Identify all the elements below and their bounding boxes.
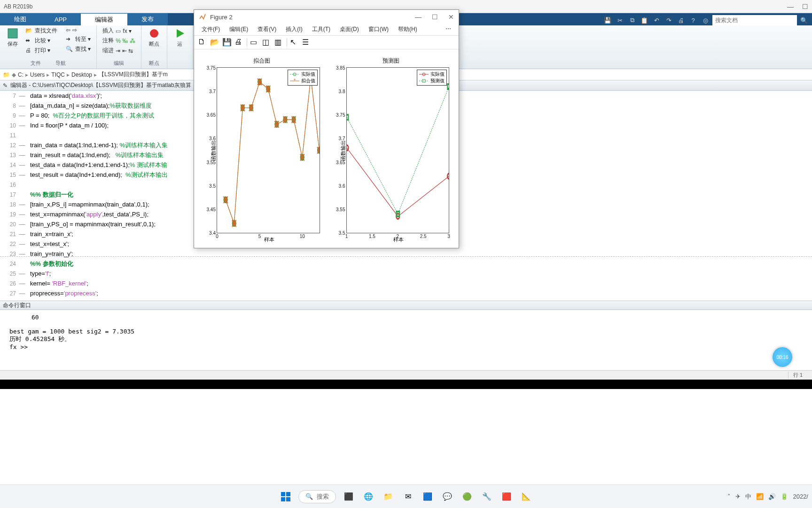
arrow-right-icon: ⇨ (72, 27, 77, 33)
crumb[interactable]: TIQC (51, 71, 65, 78)
redo-icon[interactable]: ↷ (664, 15, 674, 25)
windows-taskbar: 🔍搜索 ⬛ 🌐 📁 ✉ 🟦 💬 🟢 🔧 🟥 📐 ˄ ✈ 中 📶 🔊 🔋 2022… (0, 484, 812, 508)
menu-window[interactable]: 窗口(W) (364, 24, 393, 35)
app2-icon[interactable]: 🟥 (500, 490, 514, 504)
maximize-icon[interactable]: ☐ (802, 3, 808, 10)
findfiles-button[interactable]: 📂查找文件 (24, 26, 58, 35)
plot: 预测图函数输出3.53.553.63.653.73.753.83.8511.52… (331, 57, 452, 243)
copy-icon[interactable]: ⧉ (627, 15, 637, 25)
menu-insert[interactable]: 插入(I) (281, 24, 307, 35)
find-icon: 🔍 (66, 46, 73, 53)
chevron-up-icon[interactable]: ˄ (727, 493, 731, 500)
location-icon[interactable]: ✈ (735, 493, 741, 500)
save-icon[interactable]: 💾 (222, 38, 232, 47)
help-icon[interactable]: ? (688, 15, 698, 25)
battery-icon[interactable]: 🔋 (781, 493, 788, 500)
wifi-icon[interactable]: 📶 (756, 493, 764, 500)
crumb[interactable]: Users (30, 71, 45, 78)
matlab-icon[interactable]: 📐 (519, 490, 533, 504)
menu-edit[interactable]: 编辑(E) (225, 24, 253, 35)
datacursor-icon[interactable]: ▭ (250, 38, 259, 47)
print-icon: 🖨 (25, 47, 33, 55)
mail-icon[interactable]: ✉ (401, 490, 415, 504)
minimize-icon[interactable]: — (787, 3, 794, 10)
colorbar-icon[interactable]: ▥ (274, 38, 284, 47)
indent-button[interactable]: 缩进 ⇥ ⇤ ⇆ (102, 46, 136, 55)
new-figure-icon[interactable]: 🗋 (198, 38, 207, 47)
legend[interactable]: 实际值*拟合值 (288, 70, 318, 86)
find-button[interactable]: 🔍查找 ▾ (65, 45, 92, 54)
svg-rect-30 (286, 492, 290, 496)
save-button[interactable]: 保存 (5, 26, 21, 55)
fig-close-icon[interactable]: ✕ (448, 13, 454, 21)
start-button[interactable] (279, 490, 293, 504)
legend[interactable]: 实际值预测值 (417, 70, 447, 86)
comment-button[interactable]: 注释 % ‰ ⁂ (102, 36, 136, 45)
save-icon[interactable]: 💾 (602, 15, 613, 25)
compare-button[interactable]: ⬌比较 ▾ (24, 36, 58, 45)
figure-window[interactable]: Figure 2 — ☐ ✕ 文件(F) 编辑(E) 查看(V) 插入(I) 工… (194, 9, 459, 248)
crumb[interactable]: Desktop (71, 71, 92, 78)
menu-more-icon[interactable]: ⋯ (441, 24, 456, 35)
print-button[interactable]: 🖨打印 ▾ (24, 46, 58, 55)
print-icon[interactable]: 🖨 (676, 15, 686, 25)
figure-titlebar[interactable]: Figure 2 — ☐ ✕ (194, 10, 459, 24)
menu-file[interactable]: 文件(F) (197, 24, 225, 35)
insert-button[interactable]: 插入 ▭ fx ▾ (102, 26, 136, 35)
breakpoint-button[interactable]: 断点 (146, 26, 162, 48)
system-tray[interactable]: ˄ ✈ 中 📶 🔊 🔋 2022/ (727, 492, 808, 501)
link-icon[interactable]: ◫ (262, 38, 272, 47)
clock[interactable]: 2022/ (793, 493, 808, 500)
browser-icon[interactable]: 🟢 (460, 490, 474, 504)
wechat-icon[interactable]: 💬 (440, 490, 454, 504)
cut-icon[interactable]: ✂ (615, 15, 625, 25)
search-doc-input[interactable] (712, 15, 797, 25)
search-icon[interactable]: 🔍 (799, 15, 809, 25)
run-button[interactable]: 运 (172, 26, 188, 48)
indent-icon: ⇥ ⇤ ⇆ (116, 48, 133, 54)
undo-icon[interactable]: ↶ (651, 15, 662, 25)
explorer-icon[interactable]: 📁 (381, 490, 395, 504)
tab-plot[interactable]: 绘图 (0, 13, 40, 25)
status-bar: 行 1 (0, 370, 812, 380)
tab-app[interactable]: APP (40, 13, 81, 25)
tab-editor[interactable]: 编辑器 (81, 13, 127, 25)
folder-find-icon: 📂 (25, 27, 33, 35)
search-icon: 🔍 (305, 493, 313, 500)
ime-icon[interactable]: 中 (745, 492, 751, 501)
taskbar-search[interactable]: 🔍搜索 (298, 490, 336, 503)
taskview-icon[interactable]: ⬛ (342, 490, 356, 504)
goto-button[interactable]: ➜转至 ▾ (65, 35, 92, 44)
pointer-icon[interactable]: ↖ (290, 38, 299, 47)
legend-icon[interactable]: ☰ (302, 38, 312, 47)
menu-tools[interactable]: 工具(T) (307, 24, 335, 35)
code-line[interactable]: 27—proprecess='proprecess'; (0, 288, 812, 298)
code-line[interactable]: 26—kernel= 'RBF_kernel'; (0, 278, 812, 288)
volume-icon[interactable]: 🔊 (768, 493, 776, 500)
crumb[interactable]: 【LSSVM回归预测】基于m (99, 71, 168, 79)
folder-icon: 📁 (3, 71, 10, 78)
code-line[interactable]: 25—type='f'; (0, 269, 812, 278)
fig-maximize-icon[interactable]: ☐ (432, 13, 438, 21)
crumb[interactable]: C: (18, 71, 23, 78)
tool-icon[interactable]: 🔧 (480, 490, 494, 504)
target-icon[interactable]: ◎ (700, 15, 710, 25)
menu-help[interactable]: 帮助(H) (393, 24, 422, 35)
screen-recorder-timer[interactable]: 00:16 (773, 347, 792, 367)
menu-view[interactable]: 查看(V) (253, 24, 281, 35)
command-window[interactable]: 60 best gam = 1000 best sig2 = 7.3035 历时… (0, 310, 812, 370)
nav-back-button[interactable]: ⇦ ⇨ (65, 26, 92, 34)
menu-desktop[interactable]: 桌面(D) (335, 24, 364, 35)
edge-icon[interactable]: 🌐 (361, 490, 375, 504)
print-icon[interactable]: 🖨 (234, 38, 244, 47)
paste-icon[interactable]: 📋 (639, 15, 649, 25)
figure-toolbar: 🗋 📂 💾 🖨 ▭ ◫ ▥ ↖ ☰ (194, 35, 459, 49)
compare-icon: ⬌ (25, 37, 33, 45)
app-icon[interactable]: 🟦 (421, 490, 435, 504)
tab-publish[interactable]: 发布 (127, 13, 168, 25)
fig-minimize-icon[interactable]: — (415, 13, 422, 21)
code-line[interactable]: 23—train_y=train_y'; (0, 249, 812, 259)
code-line[interactable]: 24%% 参数初始化 (0, 259, 812, 269)
svg-rect-31 (281, 497, 285, 501)
open-icon[interactable]: 📂 (210, 38, 219, 47)
